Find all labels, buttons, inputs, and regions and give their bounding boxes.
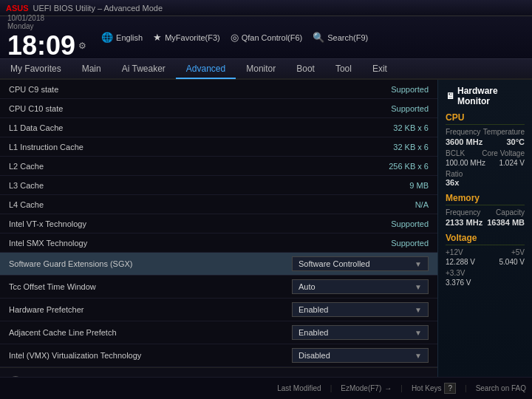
- tcc-value: Auto: [299, 282, 316, 291]
- voltage-section-header: Voltage: [446, 233, 525, 245]
- ezmode-button[interactable]: EzMode(F7) →: [341, 384, 392, 392]
- globe-icon: 🌐: [101, 32, 113, 43]
- row-tcc[interactable]: Tcc Offset Time Window Auto ▼: [0, 276, 437, 299]
- cpu-freq-row: Frequency Temperature: [446, 128, 525, 136]
- row-cpu-c10: CPU C10 state Supported: [0, 99, 437, 118]
- last-modified-item: Last Modified: [277, 384, 321, 392]
- favorites-icon: ★: [153, 32, 162, 43]
- row-l1-instruction: L1 Instruction Cache 32 KB x 6: [0, 137, 437, 157]
- sep2: |: [400, 384, 403, 392]
- dropdown-arrow-icon: ▼: [415, 283, 422, 291]
- fan-icon: ◎: [231, 32, 239, 43]
- nav-exit[interactable]: Exit: [362, 59, 398, 78]
- vmx-dropdown[interactable]: Disabled ▼: [292, 348, 429, 363]
- date-text: 10/01/2018Monday: [7, 14, 86, 30]
- search-button[interactable]: 🔍 Search(F9): [313, 32, 368, 43]
- row-l3-cache: L3 Cache 9 MB: [0, 176, 437, 195]
- dropdown-arrow-icon: ▼: [415, 329, 422, 337]
- hw-monitor-title: 🖥 Hardware Monitor: [446, 86, 525, 106]
- main-layout: CPU C9 state Supported CPU C10 state Sup…: [0, 80, 532, 377]
- settings-icon[interactable]: ⚙: [78, 41, 86, 51]
- info-bar: i Enable/disable Software Guard Extensio…: [0, 367, 437, 377]
- sep1: |: [330, 384, 332, 392]
- hotkeys-item[interactable]: Hot Keys ?: [412, 383, 456, 394]
- hardware-monitor-panel: 🖥 Hardware Monitor CPU Frequency Tempera…: [437, 80, 532, 377]
- volt-12-values: 12.288 V 5.040 V: [446, 258, 525, 266]
- row-adj-cache[interactable]: Adjacent Cache Line Prefetch Enabled ▼: [0, 321, 437, 344]
- myfavorites-button[interactable]: ★ MyFavorite(F3): [153, 32, 220, 43]
- bios-title: UEFI BIOS Utility – Advanced Mode: [33, 4, 163, 13]
- ezmode-label: EzMode(F7): [341, 384, 381, 392]
- row-vtx: Intel VT-x Technology Supported: [0, 214, 437, 233]
- language-label: English: [116, 33, 143, 42]
- hotkeys-label: Hot Keys: [412, 384, 442, 392]
- status-bar: Last Modified | EzMode(F7) → | Hot Keys …: [0, 377, 532, 399]
- ratio-label: Ratio: [446, 170, 525, 178]
- hw-prefetch-dropdown[interactable]: Enabled ▼: [292, 302, 429, 317]
- nav-advanced[interactable]: Advanced: [176, 60, 236, 79]
- nav-main[interactable]: Main: [72, 59, 112, 78]
- search-icon: 🔍: [313, 32, 324, 43]
- row-smx: Intel SMX Technology Supported: [0, 233, 437, 253]
- row-sgx[interactable]: Software Guard Extensions (SGX) Software…: [0, 253, 437, 276]
- cpu-bclk-values: 100.00 MHz 1.024 V: [446, 159, 525, 167]
- vmx-value: Disabled: [299, 351, 330, 360]
- time-display: 18:09: [7, 30, 75, 61]
- row-hw-prefetch[interactable]: Hardware Prefetcher Enabled ▼: [0, 299, 437, 321]
- qfan-label: Qfan Control(F6): [242, 33, 303, 42]
- memory-section-header: Memory: [446, 193, 525, 205]
- row-l1-data: L1 Data Cache 32 KB x 6: [0, 118, 437, 137]
- time-bar: 10/01/2018Monday 18:09 ⚙ 🌐 English ★ MyF…: [0, 16, 532, 59]
- mem-values: 2133 MHz 16384 MB: [446, 218, 525, 227]
- monitor-icon: 🖥: [446, 91, 454, 101]
- row-vmx[interactable]: Intel (VMX) Virtualization Technology Di…: [0, 344, 437, 367]
- row-l2-cache: L2 Cache 256 KB x 6: [0, 157, 437, 176]
- row-cpu-c9: CPU C9 state Supported: [0, 80, 437, 99]
- hw-prefetch-value: Enabled: [299, 305, 328, 314]
- sgx-value: Software Controlled: [299, 259, 370, 268]
- qfan-button[interactable]: ◎ Qfan Control(F6): [231, 32, 303, 43]
- adj-cache-dropdown[interactable]: Enabled ▼: [292, 325, 429, 340]
- cpu-freq-values: 3600 MHz 30°C: [446, 137, 525, 146]
- nav-tool[interactable]: Tool: [325, 59, 362, 78]
- nav-monitor[interactable]: Monitor: [236, 59, 286, 78]
- tcc-dropdown[interactable]: Auto ▼: [292, 279, 429, 294]
- cpu-bclk-row: BCLK Core Voltage: [446, 149, 525, 157]
- search-faq-button[interactable]: Search on FAQ: [476, 384, 526, 392]
- volt-33-values: 3.376 V: [446, 279, 525, 287]
- language-selector[interactable]: 🌐 English: [101, 32, 143, 43]
- hotkeys-key: ?: [444, 383, 456, 394]
- info-icon: i: [9, 376, 22, 378]
- search-faq-label: Search on FAQ: [476, 384, 526, 392]
- ezmode-arrow-icon: →: [384, 384, 392, 392]
- top-icons: 🌐 English ★ MyFavorite(F3) ◎ Qfan Contro…: [101, 32, 368, 43]
- sep3: |: [465, 384, 467, 392]
- settings-panel: CPU C9 state Supported CPU C10 state Sup…: [0, 80, 437, 377]
- volt-12-row: +12V +5V: [446, 248, 525, 256]
- ratio-value: 36x: [446, 178, 525, 187]
- mem-labels: Frequency Capacity: [446, 208, 525, 216]
- adj-cache-value: Enabled: [299, 328, 328, 337]
- sgx-dropdown[interactable]: Software Controlled ▼: [292, 256, 429, 271]
- nav-my-favorites[interactable]: My Favorites: [0, 59, 72, 78]
- last-modified-label: Last Modified: [277, 384, 321, 392]
- cpu-section-header: CPU: [446, 112, 525, 125]
- nav-ai-tweaker[interactable]: Ai Tweaker: [112, 59, 176, 78]
- date-time: 10/01/2018Monday 18:09 ⚙: [7, 14, 86, 61]
- dropdown-arrow-icon: ▼: [415, 306, 422, 314]
- search-label: Search(F9): [327, 33, 368, 42]
- settings-table: CPU C9 state Supported CPU C10 state Sup…: [0, 80, 437, 367]
- nav-boot[interactable]: Boot: [286, 59, 325, 78]
- row-l4-cache: L4 Cache N/A: [0, 195, 437, 214]
- dropdown-arrow-icon: ▼: [415, 260, 422, 268]
- nav-bar: My Favorites Main Ai Tweaker Advanced Mo…: [0, 59, 532, 80]
- asus-logo: ASUS: [6, 4, 29, 13]
- myfavorites-label: MyFavorite(F3): [165, 33, 220, 42]
- dropdown-arrow-icon: ▼: [415, 352, 422, 360]
- volt-33-row: +3.3V: [446, 269, 525, 277]
